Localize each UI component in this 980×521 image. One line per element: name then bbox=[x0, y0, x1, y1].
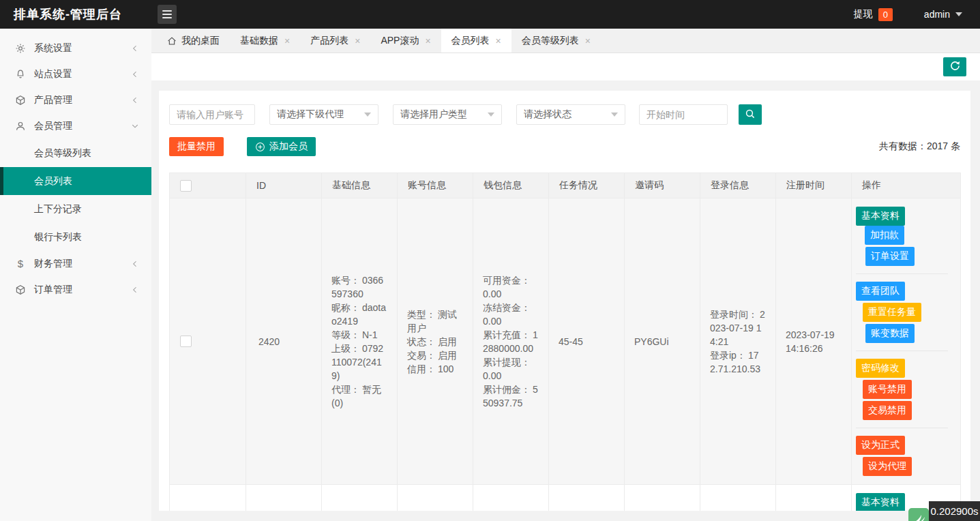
topbar: 排单系统-管理后台 提现 0 admin bbox=[0, 0, 980, 29]
basic-profile-button[interactable]: 基本资料 bbox=[856, 493, 905, 511]
add-member-button[interactable]: 添加会员 bbox=[247, 137, 316, 156]
search-button[interactable] bbox=[739, 104, 762, 125]
status-select[interactable]: 请选择状态 bbox=[516, 104, 625, 125]
home-icon bbox=[167, 36, 177, 46]
user-type-select[interactable]: 请选择用户类型 bbox=[393, 104, 502, 125]
tab-member-list[interactable]: 会员列表 × bbox=[441, 29, 511, 53]
reset-tasks-button[interactable]: 重置任务量 bbox=[863, 303, 921, 322]
plus-circle-icon bbox=[255, 142, 265, 152]
table-row: 可用资金：12 基本资料 加扣款 bbox=[170, 485, 961, 511]
debug-trace-widget: 0.202900s bbox=[908, 501, 980, 521]
cell-task-status: 45-45 bbox=[549, 198, 625, 485]
header-account-info: 账号信息 bbox=[398, 173, 473, 198]
bell-icon bbox=[15, 69, 26, 80]
sidebar-item-finance-management[interactable]: $ 财务管理 bbox=[0, 251, 151, 277]
disable-trade-button[interactable]: 交易禁用 bbox=[863, 401, 912, 420]
agent-select[interactable]: 请选择下级代理 bbox=[269, 104, 378, 125]
sidebar-item-points-records[interactable]: 上下分记录 bbox=[0, 195, 151, 223]
member-list-card: 请选择下级代理 请选择用户类型 请选择状态 bbox=[159, 91, 970, 511]
sidebar-item-label: 系统设置 bbox=[34, 42, 72, 55]
sidebar-item-label: 财务管理 bbox=[34, 258, 72, 270]
cell-account-info bbox=[398, 485, 473, 511]
tab-product-list[interactable]: 产品列表 × bbox=[300, 29, 370, 53]
cell-wallet-info: 可用资金：12 bbox=[473, 485, 549, 511]
select-all-checkbox[interactable] bbox=[180, 180, 192, 192]
start-time-input[interactable] bbox=[639, 104, 728, 125]
order-settings-button[interactable]: 订单设置 bbox=[865, 247, 915, 266]
chevron-down-icon bbox=[611, 113, 618, 117]
withdraw-menu[interactable]: 提现 0 bbox=[854, 8, 893, 21]
chevron-left-icon bbox=[131, 44, 139, 53]
cell-actions: 基本资料 加扣款 订单设置 查看团队 重置任务量 账变数据 bbox=[852, 198, 961, 485]
close-icon[interactable]: × bbox=[425, 35, 430, 46]
sidebar-item-system-settings[interactable]: 系统设置 bbox=[0, 35, 151, 61]
close-icon[interactable]: × bbox=[585, 35, 591, 46]
sidebar-item-bank-card-list[interactable]: 银行卡列表 bbox=[0, 223, 151, 251]
tab-member-level-list[interactable]: 会员等级列表 × bbox=[511, 29, 601, 53]
divider bbox=[856, 351, 948, 351]
sidebar-item-member-list[interactable]: 会员列表 bbox=[0, 167, 151, 195]
dollar-icon: $ bbox=[15, 258, 26, 269]
header-task-status: 任务情况 bbox=[549, 173, 625, 198]
sidebar-item-label: 产品管理 bbox=[34, 94, 72, 106]
sidebar-item-site-settings[interactable]: 站点设置 bbox=[0, 61, 151, 87]
cell-wallet-info: 可用资金：0.00 冻结资金：0.00 累计充值：12880000.00 累计提… bbox=[473, 198, 549, 485]
chevron-down-icon bbox=[955, 12, 962, 16]
close-icon[interactable]: × bbox=[496, 35, 501, 46]
sidebar-item-order-management[interactable]: 订单管理 bbox=[0, 277, 151, 303]
cell-register-time: 2023-07-19 14:16:26 bbox=[776, 198, 852, 485]
main-area: 我的桌面 基础数据 × 产品列表 × APP滚动 × 会员列表 × 会员等级列表… bbox=[151, 29, 980, 521]
sidebar-item-member-level-list[interactable]: 会员等级列表 bbox=[0, 139, 151, 167]
trace-logo-icon[interactable] bbox=[908, 508, 929, 521]
close-icon[interactable]: × bbox=[284, 35, 290, 46]
batch-disable-button[interactable]: 批量禁用 bbox=[169, 137, 224, 156]
cell-login-info bbox=[700, 485, 776, 511]
header-login-info: 登录信息 bbox=[700, 173, 776, 198]
cell-invite-code bbox=[625, 485, 700, 511]
basic-profile-button[interactable]: 基本资料 bbox=[856, 207, 905, 226]
menu-icon bbox=[162, 8, 172, 20]
sidebar: 系统设置 站点设置 产品管理 会员管理 会 bbox=[0, 29, 151, 521]
account-search-input[interactable] bbox=[169, 104, 255, 125]
chevron-down-icon bbox=[364, 113, 371, 117]
app-title: 排单系统-管理后台 bbox=[14, 6, 122, 23]
row-checkbox[interactable] bbox=[180, 336, 192, 347]
cell-id: 2420 bbox=[246, 198, 322, 485]
member-table: ID 基础信息 账号信息 钱包信息 任务情况 邀请码 登录信息 注册时间 操作 bbox=[169, 173, 961, 511]
cell-basic-info bbox=[322, 485, 398, 511]
user-menu[interactable]: admin bbox=[924, 9, 962, 20]
tab-app-scroll[interactable]: APP滚动 × bbox=[370, 29, 441, 53]
header-basic-info: 基础信息 bbox=[322, 173, 398, 198]
tab-basic-data[interactable]: 基础数据 × bbox=[230, 29, 300, 53]
cell-login-info: 登录时间：2023-07-19 14:21 登录ip：172.71.210.53 bbox=[700, 198, 776, 485]
user-icon bbox=[15, 121, 26, 132]
sidebar-item-label: 订单管理 bbox=[34, 284, 72, 296]
header-id: ID bbox=[246, 173, 322, 198]
change-password-button[interactable]: 密码修改 bbox=[856, 359, 905, 378]
refresh-button[interactable] bbox=[943, 57, 966, 76]
action-bar: 批量禁用 添加会员 共有数据：2017 条 bbox=[169, 137, 960, 156]
cell-register-time bbox=[776, 485, 852, 511]
page-toolbar bbox=[151, 53, 980, 80]
total-count: 2017 bbox=[927, 140, 948, 151]
header-invite-code: 邀请码 bbox=[625, 173, 700, 198]
disable-account-button[interactable]: 账号禁用 bbox=[863, 380, 912, 399]
set-agent-button[interactable]: 设为代理 bbox=[863, 457, 912, 476]
header-wallet-info: 钱包信息 bbox=[473, 173, 549, 198]
adjust-funds-button[interactable]: 加扣款 bbox=[865, 226, 904, 245]
header-actions: 操作 bbox=[852, 173, 961, 198]
username: admin bbox=[924, 9, 950, 20]
view-team-button[interactable]: 查看团队 bbox=[856, 282, 905, 301]
refresh-icon bbox=[949, 60, 961, 74]
account-changes-button[interactable]: 账变数据 bbox=[865, 324, 915, 343]
cell-basic-info: 账号：0366597360 昵称：daotao2419 等级：N-1 上级：07… bbox=[322, 198, 398, 485]
set-official-button[interactable]: 设为正式 bbox=[856, 436, 905, 455]
divider bbox=[856, 273, 948, 274]
chevron-left-icon bbox=[131, 70, 139, 78]
close-icon[interactable]: × bbox=[355, 35, 360, 46]
sidebar-toggle-button[interactable] bbox=[158, 5, 177, 24]
chevron-left-icon bbox=[131, 286, 139, 294]
tab-my-desktop[interactable]: 我的桌面 bbox=[157, 29, 230, 53]
sidebar-item-product-management[interactable]: 产品管理 bbox=[0, 87, 151, 113]
sidebar-item-member-management[interactable]: 会员管理 bbox=[0, 113, 151, 139]
